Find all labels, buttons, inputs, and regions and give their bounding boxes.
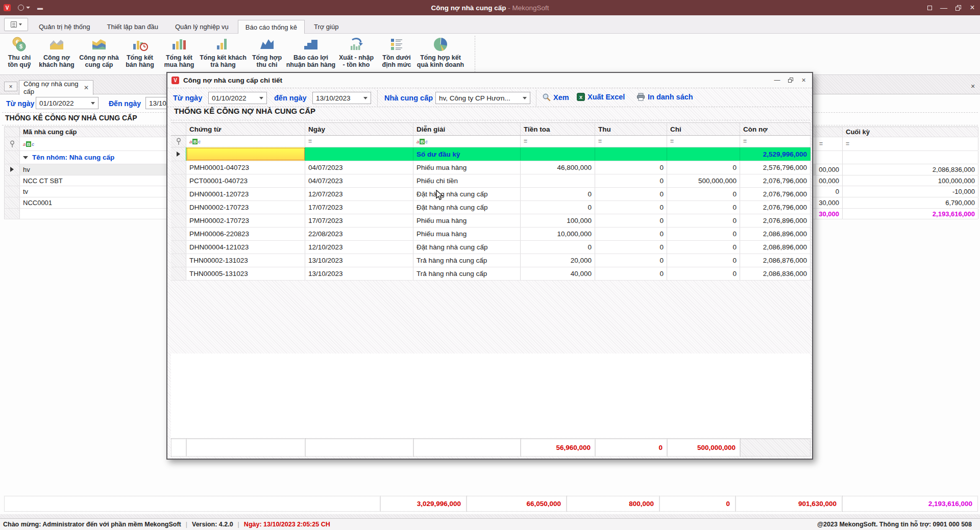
fullscreen-button[interactable] (925, 3, 934, 12)
bg-col-cuoiky-header[interactable]: Cuối kỳ (843, 127, 978, 137)
dlg-cell-3[interactable]: Phiếu chi tiền (413, 174, 521, 187)
close-all-tabs-button[interactable]: × (4, 82, 17, 91)
dlg-cell-4[interactable]: 10,000,000 (521, 228, 595, 240)
dlg-cell-5[interactable]: 0 (595, 174, 667, 187)
dlg-cell-3[interactable]: Đặt hàng nhà cung cấp (413, 241, 521, 254)
dlg-cell-1[interactable]: DHN00004-121023 (186, 241, 305, 254)
view-button[interactable]: Xem (542, 93, 569, 102)
opening-cell[interactable] (521, 147, 595, 161)
dlg-cell-6[interactable]: 0 (667, 214, 740, 227)
dlg-cell-2[interactable]: 04/07/2023 (305, 161, 413, 174)
dialog-voucher-row[interactable]: PCT00001-04072304/07/2023Phiếu chi tiền0… (171, 174, 811, 188)
dlg-cell-6[interactable]: 0 (667, 161, 740, 174)
bg-cell-partial[interactable]: 0 (816, 186, 843, 197)
menu-tab-3[interactable]: Quản lý nghiệp vụ (167, 19, 236, 34)
dlg-cell-2[interactable]: 13/10/2023 (305, 254, 413, 267)
dlg-col-header-6[interactable]: Chi (667, 123, 740, 135)
ribbon-button-tổng-kết[interactable]: Tổng kếtbán hàng (120, 34, 159, 73)
dialog-close-button[interactable]: × (799, 76, 808, 84)
dlg-cell-2[interactable]: 17/07/2023 (305, 201, 413, 214)
dlg-cell-1[interactable]: PMH00006-220823 (186, 228, 305, 240)
dlg-cell-3[interactable]: Trả hàng nhà cung cấp (413, 254, 521, 267)
dlg-cell-5[interactable]: 0 (595, 188, 667, 200)
menu-tab-4[interactable]: Báo cáo thống kê (238, 20, 305, 35)
dialog-voucher-row[interactable]: DHN00002-17072317/07/2023Đặt hàng nhà cu… (171, 201, 811, 214)
minimize-button[interactable]: — (939, 3, 948, 12)
bg-cell-cuoiky[interactable]: 6,790,000 (843, 197, 978, 208)
ribbon-button-công-nợ-nhà[interactable]: Công nợ nhàcung cấp (78, 34, 120, 73)
dlg-col-header-5[interactable]: Thu (595, 123, 667, 135)
dialog-voucher-row[interactable]: THN00005-13102313/10/2023Trả hàng nhà cu… (171, 267, 811, 281)
document-tab[interactable]: Công nợ nhà cung cấp ✕ (19, 80, 93, 95)
bg-cell-cuoiky[interactable]: 100,000,000 (843, 175, 978, 186)
dialog-voucher-row[interactable]: PMH00006-22082322/08/2023Phiếu mua hàng1… (171, 228, 811, 241)
dlg-cell-2[interactable]: 12/10/2023 (305, 241, 413, 254)
dlg-to-date-combo[interactable]: 13/10/2023 (312, 92, 371, 104)
application-menu-button[interactable] (4, 18, 28, 31)
dialog-voucher-row[interactable]: DHN00001-12072312/07/2023Đặt hàng nhà cu… (171, 188, 811, 201)
dlg-cell-4[interactable]: 100,000 (521, 214, 595, 227)
opening-cell-ngay[interactable] (305, 147, 413, 161)
dlg-cell-7[interactable]: 2,076,796,000 (740, 188, 811, 200)
bg-cell-partial[interactable]: 30,000 (816, 197, 843, 208)
dlg-cell-2[interactable]: 04/07/2023 (305, 174, 413, 187)
dlg-filter-cell-2[interactable]: = (305, 136, 413, 147)
dlg-cell-3[interactable]: Đặt hàng nhà cung cấp (413, 188, 521, 200)
dlg-cell-7[interactable]: 2,086,896,000 (740, 228, 811, 240)
menu-tab-1[interactable]: Quản trị hệ thống (31, 19, 97, 34)
bg-cell-partial[interactable]: 00,000 (816, 175, 843, 186)
dlg-filter-cell-7[interactable]: = (740, 136, 811, 147)
dlg-cell-3[interactable]: Phiếu mua hàng (413, 228, 521, 240)
dialog-voucher-row[interactable]: PMH00001-04072304/07/2023Phiếu mua hàng4… (171, 161, 811, 174)
bg-col-partial-header[interactable] (816, 127, 843, 137)
opening-cell[interactable] (595, 147, 667, 161)
dlg-filter-cell-4[interactable]: = (521, 136, 595, 147)
dialog-voucher-row[interactable]: PMH00002-17072317/07/2023Phiếu mua hàng1… (171, 214, 811, 228)
panel-close-button[interactable]: × (968, 81, 978, 91)
print-list-button[interactable]: In danh sách (636, 93, 693, 101)
tab-close-icon[interactable]: ✕ (84, 84, 89, 91)
dlg-cell-3[interactable]: Đặt hàng nhà cung cấp (413, 201, 521, 214)
dlg-cell-4[interactable] (521, 174, 595, 187)
dlg-cell-4[interactable]: 0 (521, 188, 595, 200)
bg-cell-cuoiky[interactable]: -10,000 (843, 186, 978, 197)
dlg-cell-4[interactable]: 0 (521, 201, 595, 214)
dlg-cell-7[interactable]: 2,086,836,000 (740, 267, 811, 280)
dlg-cell-1[interactable]: PMH00002-170723 (186, 214, 305, 227)
dlg-cell-4[interactable]: 20,000 (521, 254, 595, 267)
dlg-cell-6[interactable]: 0 (667, 188, 740, 200)
dlg-cell-6[interactable]: 0 (667, 201, 740, 214)
dlg-col-header-7[interactable]: Còn nợ (740, 123, 811, 135)
dlg-supplier-combo[interactable]: hv, Công ty CP Hươn... (435, 92, 530, 104)
dialog-voucher-row[interactable]: THN00002-13102313/10/2023Trả hàng nhà cu… (171, 254, 811, 267)
dlg-cell-6[interactable]: 0 (667, 254, 740, 267)
dlg-col-header-4[interactable]: Tiền toa (521, 123, 595, 135)
dlg-cell-1[interactable]: DHN00002-170723 (186, 201, 305, 214)
dlg-cell-7[interactable]: 2,076,896,000 (740, 214, 811, 227)
dlg-cell-2[interactable]: 22/08/2023 (305, 228, 413, 240)
dlg-cell-5[interactable]: 0 (595, 161, 667, 174)
dialog-voucher-row[interactable]: DHN00004-12102312/10/2023Đặt hàng nhà cu… (171, 241, 811, 254)
dlg-col-header-3[interactable]: Diễn giải (413, 123, 521, 135)
dlg-cell-7[interactable]: 2,076,796,000 (740, 174, 811, 187)
dlg-cell-5[interactable]: 0 (595, 267, 667, 280)
bg-cell-cuoiky[interactable]: 2,086,836,000 (843, 164, 978, 175)
filter-row-indicator[interactable] (5, 137, 20, 150)
dlg-filter-cell-1[interactable]: aBc (186, 136, 305, 147)
dialog-restore-button[interactable] (786, 76, 795, 84)
ribbon-button-công-nợ[interactable]: Công nợkhách hàng (36, 34, 78, 73)
dialog-titlebar[interactable]: V Công nợ nhà cung cấp chi tiết — × (167, 73, 812, 88)
dlg-col-header-1[interactable]: Chứng từ (186, 123, 305, 135)
dlg-cell-5[interactable]: 0 (595, 241, 667, 254)
opening-cell[interactable] (667, 147, 740, 161)
dlg-cell-7[interactable]: 2,076,796,000 (740, 201, 811, 214)
dlg-cell-5[interactable]: 0 (595, 201, 667, 214)
dlg-cell-2[interactable]: 12/07/2023 (305, 188, 413, 200)
dlg-col-header-2[interactable]: Ngày (305, 123, 413, 135)
bg-filter-partial[interactable]: = (816, 137, 843, 150)
filter-row-indicator[interactable] (171, 136, 186, 147)
bg-filter-cuoiky[interactable]: = (843, 137, 978, 150)
dlg-cell-1[interactable]: THN00002-131023 (186, 254, 305, 267)
ribbon-button-tổng-hợp-kết[interactable]: Tổng hợp kếtquả kinh doanh (415, 34, 465, 73)
dlg-cell-4[interactable]: 0 (521, 241, 595, 254)
